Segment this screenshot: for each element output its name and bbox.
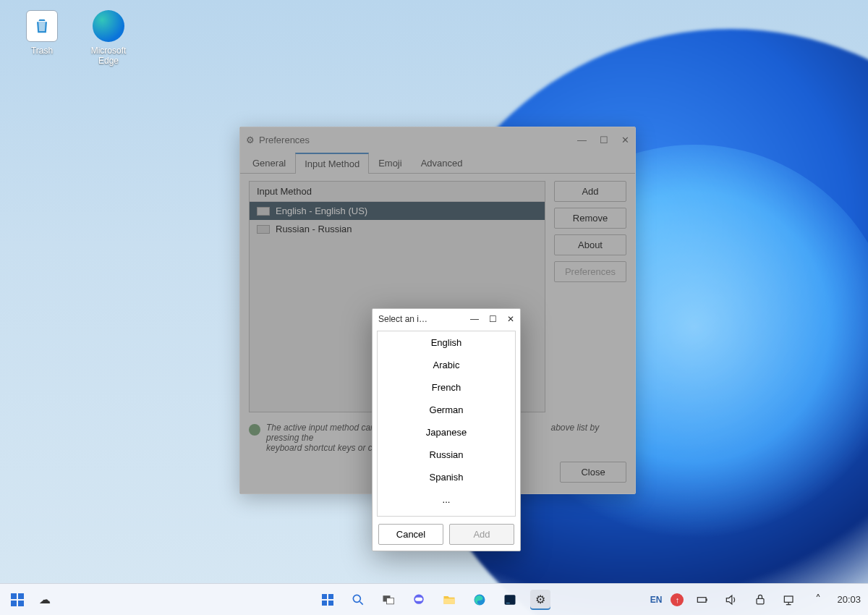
svg-line-9 (360, 601, 363, 604)
desktop-icon-label: Trash (13, 46, 71, 56)
language-option[interactable]: Spanish (378, 466, 515, 488)
dialog-title: Select an i… (378, 314, 427, 324)
taskbar-clock[interactable]: 20:03 (837, 594, 861, 605)
taskbar: ☁ _ ⚙ EN ↑ (0, 583, 868, 615)
add-button[interactable]: Add (554, 181, 626, 202)
svg-point-8 (353, 595, 360, 602)
remove-button[interactable]: Remove (554, 208, 626, 229)
svg-rect-6 (322, 601, 327, 606)
svg-rect-21 (785, 596, 793, 602)
svg-text:_: _ (506, 596, 510, 603)
info-icon (249, 424, 260, 436)
tray-chevron-up-icon[interactable]: ˄ (808, 590, 828, 610)
taskbar-chat-icon[interactable] (409, 590, 429, 610)
tray-lock-icon[interactable] (750, 590, 770, 610)
desktop-icon-trash[interactable]: Trash (13, 10, 71, 56)
input-method-label: Russian - Russian (276, 224, 352, 234)
taskbar-search-icon[interactable] (348, 590, 368, 610)
close-button[interactable]: ✕ (621, 135, 629, 145)
svg-rect-13 (415, 597, 422, 601)
maximize-button[interactable]: ☐ (600, 135, 608, 145)
window-title: Preferences (259, 135, 310, 145)
dialog-minimize-button[interactable]: — (470, 314, 479, 324)
trash-icon (26, 10, 58, 42)
svg-rect-7 (328, 601, 333, 606)
svg-rect-18 (698, 597, 707, 602)
minimize-button[interactable]: — (577, 135, 587, 145)
input-method-row[interactable]: English - English (US) (250, 202, 545, 220)
language-option-more[interactable]: ... (378, 488, 515, 511)
svg-rect-4 (322, 594, 327, 599)
add-confirm-button: Add (449, 524, 514, 545)
svg-rect-1 (18, 593, 24, 599)
taskbar-explorer-icon[interactable] (439, 590, 459, 610)
dialog-titlebar: Select an i… — ☐ ✕ (373, 309, 520, 329)
taskbar-settings-icon[interactable]: ⚙ (530, 590, 550, 610)
tab-general[interactable]: General (243, 153, 295, 174)
tray-network-icon[interactable] (779, 590, 799, 610)
tab-bar: General Input Method Emoji Advanced (240, 152, 635, 174)
tray-battery-icon[interactable] (692, 590, 712, 610)
update-indicator-icon[interactable]: ↑ (671, 593, 684, 606)
language-option[interactable]: English (378, 331, 515, 354)
svg-rect-14 (444, 598, 455, 604)
tab-emoji[interactable]: Emoji (369, 153, 412, 174)
close-window-button[interactable]: Close (560, 462, 626, 483)
tab-advanced[interactable]: Advanced (412, 153, 472, 174)
flag-icon (257, 207, 270, 216)
svg-rect-11 (387, 598, 394, 603)
tray-volume-icon[interactable] (721, 590, 741, 610)
input-method-label: English - English (US) (276, 205, 367, 216)
list-header: Input Method (250, 182, 545, 202)
language-option[interactable]: Russian (378, 444, 515, 466)
taskbar-taskview-icon[interactable] (378, 590, 399, 610)
dialog-close-button[interactable]: ✕ (507, 314, 514, 324)
language-option-list[interactable]: English Arabic French German Japanese Ru… (377, 331, 516, 517)
about-button[interactable]: About (554, 234, 626, 255)
start-button[interactable] (318, 590, 338, 610)
select-input-method-dialog: Select an i… — ☐ ✕ English Arabic French… (372, 308, 521, 551)
language-option[interactable]: French (378, 376, 515, 399)
svg-rect-19 (706, 598, 707, 601)
language-option[interactable]: German (378, 399, 515, 421)
svg-rect-3 (18, 601, 24, 606)
flag-icon (257, 225, 270, 234)
input-method-row[interactable]: Russian - Russian (250, 220, 545, 238)
svg-rect-5 (328, 594, 333, 599)
language-option[interactable]: Japanese (378, 421, 515, 444)
desktop-icon-label: Microsoft Edge (80, 46, 137, 66)
svg-rect-2 (11, 601, 17, 606)
taskbar-widgets-icon[interactable] (7, 590, 27, 610)
cancel-button[interactable]: Cancel (378, 524, 443, 545)
svg-rect-0 (11, 593, 17, 599)
tab-input-method[interactable]: Input Method (295, 153, 369, 174)
dialog-maximize-button[interactable]: ☐ (489, 314, 497, 324)
svg-rect-20 (757, 598, 764, 604)
app-icon: ⚙ (246, 135, 255, 145)
taskbar-edge-icon[interactable] (469, 590, 490, 610)
preferences-button: Preferences (554, 261, 626, 282)
taskbar-weather-icon[interactable]: ☁ (35, 590, 55, 610)
language-indicator[interactable]: EN (650, 595, 663, 605)
edge-icon (93, 10, 124, 42)
preferences-titlebar: ⚙ Preferences — ☐ ✕ (240, 127, 635, 152)
language-option[interactable]: Arabic (378, 354, 515, 376)
taskbar-terminal-icon[interactable]: _ (500, 590, 520, 610)
desktop-icon-edge[interactable]: Microsoft Edge (80, 10, 137, 66)
